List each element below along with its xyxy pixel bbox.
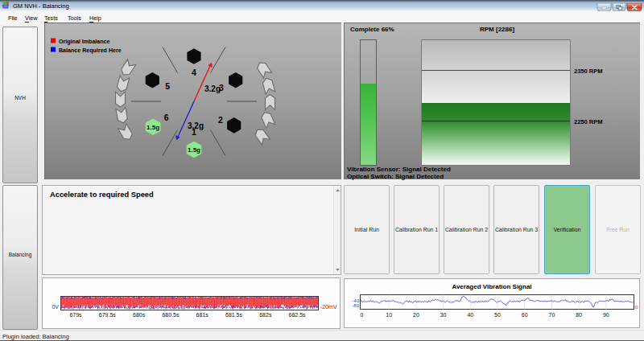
svg-text:20: 20 bbox=[413, 312, 419, 318]
svg-text:-80: -80 bbox=[352, 303, 359, 308]
svg-text:90: 90 bbox=[603, 312, 609, 318]
svg-text:0V: 0V bbox=[52, 304, 59, 310]
svg-text:679s: 679s bbox=[69, 312, 82, 318]
svg-text:40: 40 bbox=[467, 312, 473, 318]
svg-text:80: 80 bbox=[576, 312, 582, 318]
svg-text:0: 0 bbox=[361, 312, 364, 318]
svg-text:681s: 681s bbox=[196, 312, 209, 318]
svg-text:680s: 680s bbox=[133, 312, 146, 318]
svg-text:679.5s: 679.5s bbox=[99, 312, 117, 318]
svg-text:0: 0 bbox=[635, 305, 638, 310]
svg-text:30: 30 bbox=[440, 312, 447, 318]
svg-text:10: 10 bbox=[386, 312, 392, 318]
svg-text:682s: 682s bbox=[259, 312, 272, 318]
svg-text:682.5s: 682.5s bbox=[289, 312, 307, 318]
svg-text:50: 50 bbox=[494, 312, 501, 318]
svg-text:Averaged Vibration Signal: Averaged Vibration Signal bbox=[452, 283, 531, 290]
svg-text:70: 70 bbox=[549, 312, 555, 318]
svg-text:-20mV: -20mV bbox=[320, 304, 337, 310]
svg-text:60: 60 bbox=[522, 312, 528, 318]
svg-text:680.5s: 680.5s bbox=[162, 312, 180, 318]
svg-text:681.5s: 681.5s bbox=[225, 312, 243, 318]
